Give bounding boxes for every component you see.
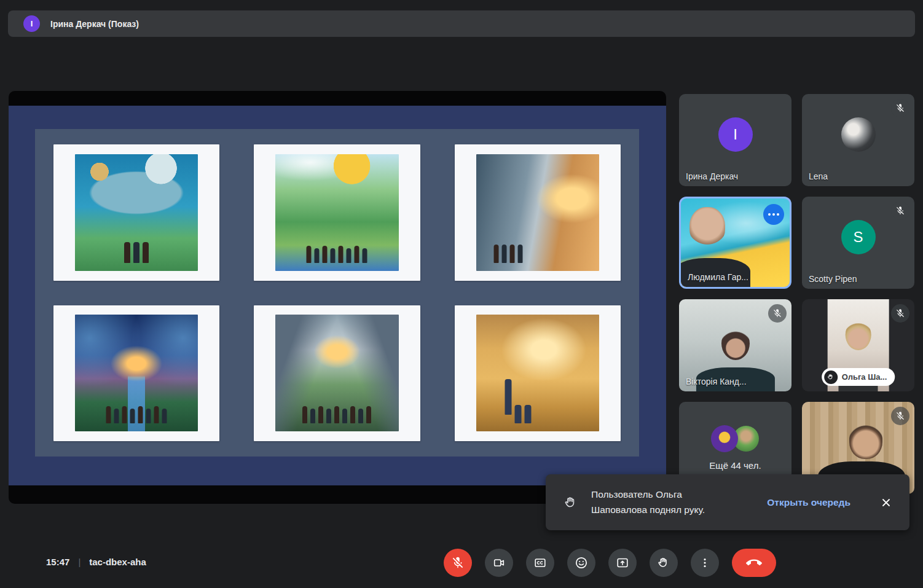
camera-toggle-button[interactable] <box>485 549 513 577</box>
mic-off-icon <box>891 407 909 425</box>
video-face <box>721 327 750 360</box>
participant-name: Людмила Гар... <box>688 272 748 282</box>
raised-hand-badge[interactable]: Ольга Ша... <box>822 368 895 386</box>
slide-image-grid <box>35 129 639 457</box>
more-participants-label: Ещё 44 чел. <box>709 460 761 471</box>
toast-message-line2: Шаповалова поднял руку. <box>591 504 705 515</box>
mic-off-icon <box>891 304 909 323</box>
raised-hand-icon <box>824 370 838 384</box>
slide-image-card <box>455 144 621 281</box>
participant-tile-iryna[interactable]: І Ірина Деркач <box>679 94 791 186</box>
clock-time: 15:47 <box>46 557 69 567</box>
slide-image-card <box>53 305 219 442</box>
raise-hand-button[interactable] <box>650 549 678 577</box>
bottom-bar: 15:47 | tac-dbex-aha <box>0 541 923 588</box>
meeting-info: 15:47 | tac-dbex-aha <box>46 557 146 567</box>
end-call-button[interactable] <box>732 549 776 577</box>
slide-image-card <box>254 305 420 442</box>
presenter-banner[interactable]: І Ірина Деркач (Показ) <box>8 10 915 37</box>
mic-off-icon <box>891 99 909 117</box>
raised-hand-badge-name: Ольга Ша... <box>842 372 887 382</box>
meeting-code: tac-dbex-aha <box>89 557 146 567</box>
more-options-icon <box>698 556 712 570</box>
slide-illustration-6 <box>476 315 599 431</box>
avatar-letter: S <box>853 229 863 246</box>
participant-name: Вікторія Канд... <box>686 377 747 386</box>
participant-tile-olga[interactable]: Ольга Ша... <box>802 299 914 391</box>
tile-options-button[interactable] <box>763 204 784 225</box>
slide-image-card <box>455 305 621 442</box>
more-options-button[interactable] <box>691 549 719 577</box>
toast-message: Пользователь Ольга Шаповалова поднял рук… <box>591 487 705 517</box>
slide-image-card <box>53 144 219 281</box>
present-screen-button[interactable] <box>608 549 637 577</box>
camera-icon <box>492 556 506 570</box>
hand-raised-toast: Пользователь Ольга Шаповалова поднял рук… <box>546 474 909 530</box>
raise-hand-icon <box>656 555 671 570</box>
close-toast-button[interactable] <box>878 494 895 511</box>
divider: | <box>78 557 81 567</box>
slide-illustration-5 <box>275 315 398 431</box>
participant-tile-viktoria[interactable]: Вікторія Канд... <box>679 299 791 391</box>
reactions-button[interactable] <box>567 549 595 577</box>
presentation-stage[interactable] <box>9 91 666 504</box>
video-face <box>845 319 871 350</box>
presentation-slide <box>9 106 666 485</box>
participant-name: Lena <box>809 171 828 181</box>
mic-off-icon <box>451 556 465 570</box>
captions-button[interactable] <box>526 549 554 577</box>
mic-off-icon <box>768 304 787 323</box>
close-icon <box>880 496 892 509</box>
slide-image-card <box>254 144 420 281</box>
call-controls <box>444 549 776 577</box>
toast-message-line1: Пользователь Ольга <box>591 489 682 500</box>
participant-tile-lena[interactable]: Lena <box>802 94 914 186</box>
avatar-letter: І <box>733 126 737 143</box>
presenter-avatar-letter: І <box>31 19 33 28</box>
participant-tile-scotty[interactable]: S Scotty Pipen <box>802 197 914 289</box>
avatar <box>711 425 738 452</box>
present-icon <box>616 556 629 570</box>
participant-name: Ірина Деркач <box>686 171 738 181</box>
slide-illustration-3 <box>476 154 599 271</box>
end-call-icon <box>746 555 762 571</box>
avatar: І <box>718 117 753 152</box>
slide-illustration-4 <box>75 315 198 431</box>
avatar-photo <box>841 117 876 152</box>
participant-name: Scotty Pipen <box>809 274 857 284</box>
video-face <box>849 422 882 459</box>
slide-illustration-1 <box>75 154 198 271</box>
mic-toggle-button[interactable] <box>444 549 472 577</box>
video-face <box>689 207 725 248</box>
captions-icon <box>533 556 547 570</box>
reactions-icon <box>574 555 589 570</box>
avatar: S <box>841 220 876 254</box>
raised-hand-icon <box>563 495 579 511</box>
more-participants-avatars <box>711 425 760 452</box>
participant-tile-ludmyla-active-speaker[interactable]: Людмила Гар... <box>679 197 791 289</box>
slide-illustration-2 <box>275 154 398 271</box>
open-queue-link[interactable]: Открыть очередь <box>767 497 850 508</box>
presenter-name: Ірина Деркач (Показ) <box>50 19 139 29</box>
presenter-avatar: І <box>23 15 40 32</box>
mic-off-icon <box>891 202 909 220</box>
participant-grid: І Ірина Деркач Lena Людмила Гар... S Sco… <box>679 94 914 494</box>
